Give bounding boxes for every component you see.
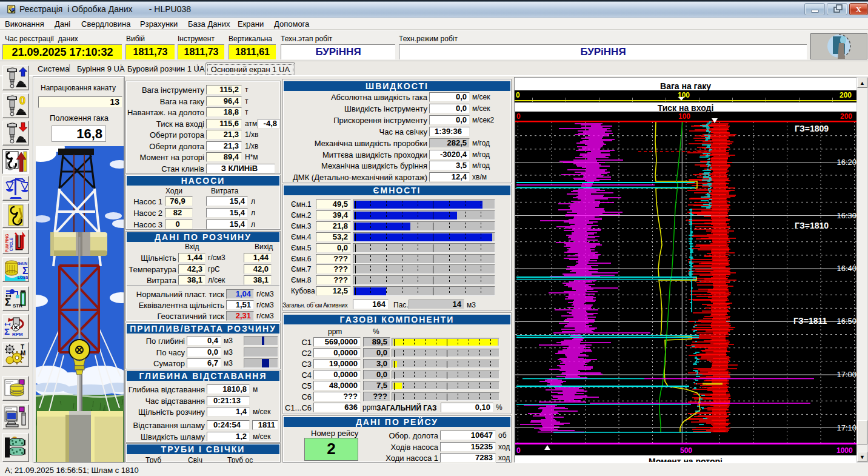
svg-text:16:50: 16:50 [836, 317, 856, 326]
svg-text:CYCLE: CYCLE [9, 237, 13, 251]
svg-text:0: 0 [516, 446, 521, 455]
svg-text:100: 100 [678, 112, 690, 121]
svg-text:16:30: 16:30 [836, 211, 856, 220]
svg-text:16:40: 16:40 [836, 264, 856, 273]
svg-text:16:20: 16:20 [836, 158, 856, 167]
svg-text:RPM: RPM [12, 332, 23, 337]
svg-text:ГЗ=1810: ГЗ=1810 [795, 221, 829, 230]
svg-text:500: 500 [680, 446, 692, 455]
svg-text:200: 200 [840, 112, 852, 121]
svg-text:М: М [21, 350, 25, 357]
svg-text:0: 0 [19, 95, 25, 107]
svg-text:ГЗ=1811: ГЗ=1811 [793, 316, 827, 326]
svg-text:17:00: 17:00 [836, 370, 856, 379]
svg-text:17:10: 17:10 [836, 423, 856, 432]
svg-text:1000: 1000 [836, 446, 853, 455]
svg-text:STR: STR [13, 303, 22, 309]
svg-text:Σ: Σ [5, 297, 11, 308]
svg-text:PUMPING: PUMPING [5, 234, 9, 252]
svg-text:ГЗ=1809: ГЗ=1809 [795, 124, 829, 133]
svg-text:0: 0 [516, 112, 521, 121]
svg-text:Σ: Σ [4, 326, 10, 337]
